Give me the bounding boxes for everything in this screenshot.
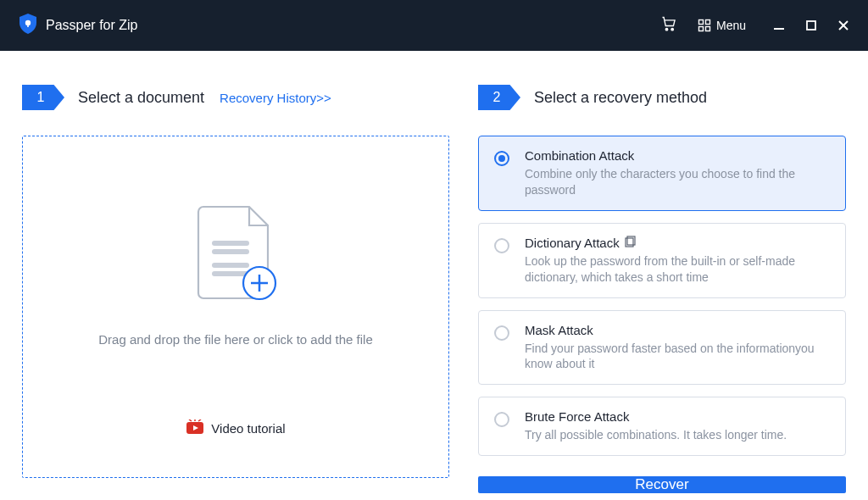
svg-point-3 bbox=[671, 28, 674, 30]
method-card-2[interactable]: Mask AttackFind your password faster bas… bbox=[478, 310, 846, 386]
svg-rect-12 bbox=[212, 241, 249, 246]
method-desc: Find your password faster based on the i… bbox=[525, 341, 830, 373]
minimize-button[interactable] bbox=[773, 19, 785, 31]
drop-zone-text: Drag and drop the file here or click to … bbox=[98, 332, 373, 347]
radio-icon[interactable] bbox=[494, 412, 509, 427]
method-card-1[interactable]: Dictionary AttackLook up the password fr… bbox=[478, 223, 846, 298]
method-title-text: Dictionary Attack bbox=[525, 236, 620, 250]
document-add-icon bbox=[193, 202, 278, 307]
method-body: Mask AttackFind your password faster bas… bbox=[525, 323, 830, 373]
svg-rect-5 bbox=[705, 20, 709, 25]
method-card-3[interactable]: Brute Force AttackTry all possible combi… bbox=[478, 397, 846, 456]
method-title: Dictionary Attack bbox=[525, 236, 830, 250]
svg-rect-13 bbox=[212, 249, 249, 254]
method-title-text: Brute Force Attack bbox=[525, 409, 629, 424]
svg-rect-1 bbox=[27, 24, 29, 27]
method-list: Combination AttackCombine only the chara… bbox=[478, 136, 846, 456]
app-title: Passper for Zip bbox=[46, 18, 137, 33]
close-button[interactable] bbox=[837, 19, 849, 31]
menu-label: Menu bbox=[716, 19, 746, 32]
method-title-text: Mask Attack bbox=[525, 323, 593, 337]
shield-icon bbox=[19, 13, 37, 38]
method-body: Combination AttackCombine only the chara… bbox=[525, 148, 830, 198]
step-2-title: Select a recovery method bbox=[534, 89, 707, 107]
step-1-badge: 1 bbox=[22, 85, 64, 110]
recover-button[interactable]: Recover bbox=[478, 476, 846, 493]
method-desc: Look up the password from the built-in o… bbox=[525, 253, 830, 286]
method-card-0[interactable]: Combination AttackCombine only the chara… bbox=[478, 136, 846, 211]
radio-icon[interactable] bbox=[494, 151, 509, 166]
method-body: Dictionary AttackLook up the password fr… bbox=[525, 236, 830, 286]
titlebar: Passper for Zip Menu bbox=[0, 0, 868, 51]
video-tutorial-link[interactable]: Video tutorial bbox=[186, 419, 285, 437]
dictionary-settings-icon[interactable] bbox=[625, 236, 637, 250]
video-icon bbox=[186, 419, 204, 437]
method-title: Combination Attack bbox=[525, 148, 830, 163]
left-column: 1 Select a document Recovery History>> D bbox=[22, 85, 449, 478]
menu-button[interactable]: Menu bbox=[698, 19, 746, 32]
svg-rect-15 bbox=[212, 271, 249, 276]
svg-rect-6 bbox=[698, 27, 703, 31]
method-title: Mask Attack bbox=[525, 323, 830, 337]
svg-point-2 bbox=[665, 28, 668, 30]
main-content: 1 Select a document Recovery History>> D bbox=[0, 51, 868, 500]
app-logo: Passper for Zip bbox=[19, 13, 137, 38]
method-body: Brute Force AttackTry all possible combi… bbox=[525, 409, 830, 443]
cart-icon[interactable] bbox=[660, 15, 677, 36]
titlebar-controls: Menu bbox=[660, 15, 849, 36]
method-desc: Try all possible combinations. It takes … bbox=[525, 427, 830, 443]
svg-rect-7 bbox=[705, 27, 709, 31]
step-1-title: Select a document bbox=[78, 89, 204, 107]
svg-line-19 bbox=[189, 419, 192, 421]
radio-icon[interactable] bbox=[494, 325, 509, 341]
step-2-badge: 2 bbox=[478, 85, 520, 110]
recovery-history-link[interactable]: Recovery History>> bbox=[220, 91, 331, 105]
svg-line-21 bbox=[198, 419, 201, 421]
maximize-button[interactable] bbox=[805, 19, 817, 31]
right-column: 2 Select a recovery method Combination A… bbox=[478, 85, 846, 478]
method-desc: Combine only the characters you choose t… bbox=[525, 166, 830, 198]
radio-icon[interactable] bbox=[494, 238, 509, 253]
video-tutorial-label: Video tutorial bbox=[211, 421, 285, 436]
file-drop-zone[interactable]: Drag and drop the file here or click to … bbox=[22, 136, 449, 478]
svg-rect-9 bbox=[807, 21, 815, 30]
svg-rect-14 bbox=[212, 263, 249, 268]
step-2-header: 2 Select a recovery method bbox=[478, 85, 846, 110]
method-title: Brute Force Attack bbox=[525, 409, 830, 424]
method-title-text: Combination Attack bbox=[525, 148, 634, 163]
step-1-header: 1 Select a document Recovery History>> bbox=[22, 85, 449, 110]
svg-rect-4 bbox=[698, 20, 703, 25]
